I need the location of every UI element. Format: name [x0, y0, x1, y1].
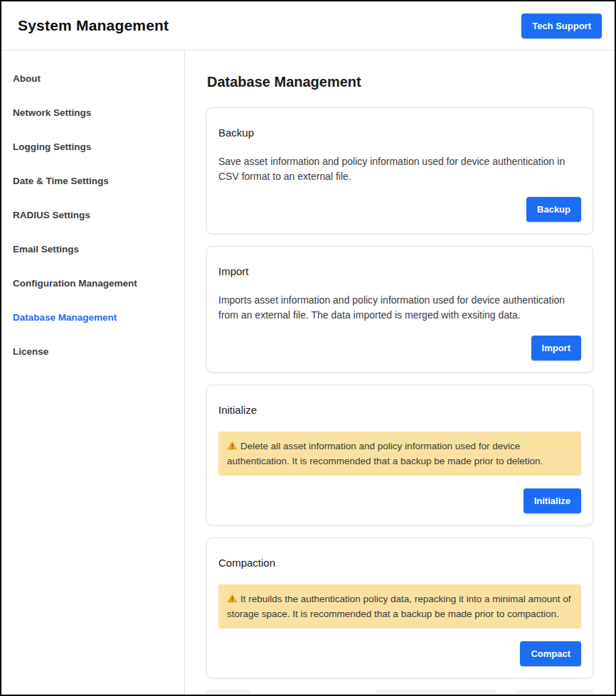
page-title: System Management — [18, 17, 169, 34]
warning-text-initialize: Delete all asset information and policy … — [227, 441, 543, 466]
app-window: System Management Tech Support About Net… — [0, 0, 616, 696]
warning-icon — [227, 594, 238, 603]
sidebar-item-license[interactable]: License — [1, 334, 184, 368]
tech-support-button[interactable]: Tech Support — [521, 14, 602, 38]
warning-icon — [227, 441, 238, 450]
sidebar-nav: About Network Settings Logging Settings … — [1, 50, 185, 696]
sidebar-item-database-management[interactable]: Database Management — [1, 300, 184, 334]
section-title: Database Management — [207, 74, 593, 90]
card-description-backup: Save asset information and policy inform… — [218, 154, 581, 184]
initialize-card: Initialize Delete all asset information … — [206, 385, 593, 525]
sidebar-item-logging-settings[interactable]: Logging Settings — [1, 129, 184, 164]
warning-text-compaction: It rebuilds the authentication policy da… — [227, 594, 571, 619]
sidebar-item-configuration-management[interactable]: Configuration Management — [1, 266, 184, 300]
initialize-button[interactable]: Initialize — [524, 488, 581, 513]
sidebar-item-radius-settings[interactable]: RADIUS Settings — [1, 198, 184, 232]
compaction-card: Compaction It rebuilds the authenticatio… — [206, 537, 593, 678]
card-title-import: Import — [218, 265, 581, 277]
cutoff-next-section — [206, 686, 593, 696]
card-title-backup: Backup — [218, 127, 581, 139]
card-description-import: Imports asset information and policy inf… — [218, 293, 581, 323]
backup-button[interactable]: Backup — [526, 197, 581, 222]
initialize-warning-banner: Delete all asset information and policy … — [218, 432, 581, 476]
card-title-compaction: Compaction — [218, 557, 581, 569]
app-header: System Management Tech Support — [1, 1, 615, 50]
sidebar-item-email-settings[interactable]: Email Settings — [1, 232, 184, 266]
compaction-warning-banner: It rebuilds the authentication policy da… — [218, 584, 581, 628]
sidebar-item-network-settings[interactable]: Network Settings — [1, 95, 184, 129]
import-button[interactable]: Import — [531, 336, 581, 360]
backup-card: Backup Save asset information and policy… — [206, 107, 593, 234]
sidebar-item-about[interactable]: About — [1, 61, 184, 95]
compact-button[interactable]: Compact — [520, 641, 581, 666]
main-content: Database Management Backup Save asset in… — [185, 50, 615, 696]
card-title-initialize: Initialize — [218, 404, 581, 416]
import-card: Import Imports asset information and pol… — [206, 246, 593, 373]
sidebar-item-date-time-settings[interactable]: Date & Time Settings — [1, 164, 184, 198]
